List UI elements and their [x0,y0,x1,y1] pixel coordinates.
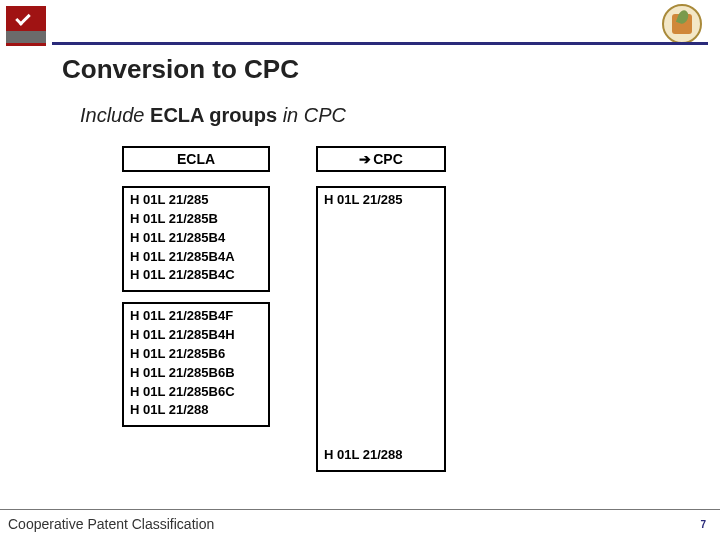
slide-title: Conversion to CPC [62,54,299,85]
subtitle-pre: Include [80,104,150,126]
ecla-column: H 01L 21/285 H 01L 21/285B H 01L 21/285B… [122,186,270,472]
conversion-table: ECLA ➔CPC H 01L 21/285 H 01L 21/285B H 0… [122,146,446,472]
list-item: H 01L 21/285B6B [130,364,262,383]
slide-subtitle: Include ECLA groups in CPC [80,104,346,127]
slide: Conversion to CPC Include ECLA groups in… [0,0,720,540]
list-item: H 01L 21/285B [130,210,262,229]
header-ecla: ECLA [122,146,270,172]
subtitle-strong: ECLA groups [150,104,277,126]
arrow-right-icon: ➔ [359,151,371,167]
list-item: H 01L 21/285B4H [130,326,262,345]
list-item: H 01L 21/285B4F [130,307,262,326]
cpc-group: H 01L 21/285 H 01L 21/288 [316,186,446,472]
footer-text: Cooperative Patent Classification [8,516,214,532]
checkmark-icon [15,10,31,26]
list-item: H 01L 21/285B4C [130,266,262,285]
cpc-first: H 01L 21/285 [324,191,403,210]
ecla-group-1: H 01L 21/285 H 01L 21/285B H 01L 21/285B… [122,186,270,292]
list-item: H 01L 21/285B4 [130,229,262,248]
title-rule [52,42,708,45]
table-header-row: ECLA ➔CPC [122,146,446,172]
list-item: H 01L 21/285B6 [130,345,262,364]
list-item: H 01L 21/285B4A [130,248,262,267]
page-number: 7 [700,519,706,530]
ecla-group-2: H 01L 21/285B4F H 01L 21/285B4H H 01L 21… [122,302,270,427]
footer-rule [0,509,720,510]
cpc-last: H 01L 21/288 [324,446,403,465]
header-cpc: ➔CPC [316,146,446,172]
seal-logo-icon [662,4,702,44]
cpc-column: H 01L 21/285 H 01L 21/288 [316,186,446,472]
org-logo-left-band [6,31,46,43]
header-cpc-label: CPC [373,151,403,167]
list-item: H 01L 21/285 [130,191,262,210]
subtitle-post: in CPC [277,104,346,126]
list-item: H 01L 21/288 [130,401,262,420]
table-body-row: H 01L 21/285 H 01L 21/285B H 01L 21/285B… [122,186,446,472]
list-item: H 01L 21/285B6C [130,383,262,402]
